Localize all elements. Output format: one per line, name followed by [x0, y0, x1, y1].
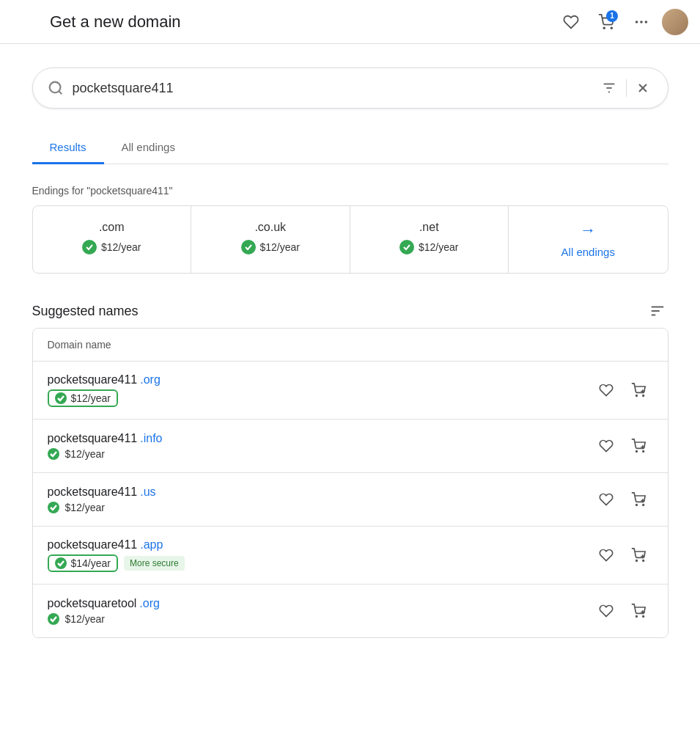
ending-cell-com[interactable]: .com $12/year	[33, 206, 192, 273]
ending-price-couk: $12/year	[260, 241, 300, 253]
domain-price-row: $12/year	[48, 502, 592, 513]
heart-icon	[563, 14, 579, 30]
ending-name-couk: .co.uk	[254, 221, 286, 234]
heart-icon	[599, 383, 614, 398]
tabs: Results All endings	[32, 132, 668, 164]
tab-results[interactable]: Results	[32, 132, 104, 164]
add-to-cart-button[interactable]	[624, 541, 653, 570]
more-options-button[interactable]	[627, 7, 656, 37]
clear-search-button[interactable]	[633, 78, 653, 98]
svg-point-30	[635, 616, 637, 618]
price-highlight-box: $14/year	[48, 554, 118, 572]
ending-price-row-couk: $12/year	[241, 240, 300, 254]
cart-add-icon	[631, 383, 646, 398]
cart-add-icon	[631, 492, 646, 507]
heart-icon	[599, 604, 614, 618]
endings-section-label: Endings for "pocketsquare411"	[32, 185, 668, 197]
domain-info: pocketsquare411 .us $12/year	[48, 486, 592, 513]
check-icon-net	[399, 240, 414, 254]
cart-add-icon	[631, 604, 646, 618]
domain-name-wrap: pocketsquare411 .us	[48, 486, 592, 499]
avatar[interactable]	[662, 9, 688, 35]
domain-name-ext: .info	[140, 432, 162, 445]
ending-cell-couk[interactable]: .co.uk $12/year	[191, 206, 350, 273]
favorite-button[interactable]	[556, 7, 586, 37]
domain-info: pocketsquare411 .info $12/year	[48, 432, 592, 460]
domain-info: pocketsquare411 .org $12/year	[48, 373, 592, 407]
svg-point-3	[640, 21, 643, 23]
cart-add-icon	[631, 548, 646, 563]
search-icon	[48, 80, 64, 96]
available-check-icon	[48, 502, 59, 513]
ending-price-net: $12/year	[419, 241, 458, 253]
svg-point-26	[635, 560, 637, 562]
domain-info: pocketsquare411 .app $14/year More secur…	[48, 538, 592, 572]
search-input[interactable]	[73, 81, 598, 96]
domain-name-ext: .org	[140, 373, 161, 387]
save-domain-button[interactable]	[592, 596, 621, 626]
domain-actions	[592, 541, 653, 570]
domain-price: $12/year	[65, 448, 105, 460]
secure-badge: More secure	[124, 556, 185, 571]
app-header: Get a new domain 1	[0, 0, 700, 44]
heart-icon	[599, 439, 614, 453]
table-row: pocketsquaretool .org $12/year	[33, 585, 668, 637]
ending-price-com: $12/year	[101, 241, 141, 253]
cart-button[interactable]: 1	[592, 7, 621, 37]
filter-button[interactable]	[598, 77, 620, 99]
ending-name-net: .net	[419, 221, 439, 234]
svg-point-5	[49, 82, 60, 93]
domain-name-wrap: pocketsquare411 .org	[48, 373, 592, 387]
save-domain-button[interactable]	[592, 376, 621, 405]
header-left: Get a new domain	[12, 9, 181, 35]
dots-icon	[633, 14, 649, 30]
svg-point-15	[642, 395, 644, 397]
add-to-cart-button[interactable]	[624, 431, 653, 461]
menu-button[interactable]	[12, 9, 38, 35]
table-row: pocketsquare411 .org $12/year	[33, 362, 668, 420]
save-domain-button[interactable]	[592, 541, 621, 570]
svg-point-14	[635, 395, 637, 397]
svg-point-22	[635, 505, 637, 506]
cart-badge: 1	[606, 10, 618, 22]
domain-table-header: Domain name	[33, 329, 668, 362]
domain-price: $14/year	[71, 557, 111, 569]
domain-name-main: pocketsquare411	[48, 486, 138, 499]
available-check-icon	[55, 392, 67, 404]
add-to-cart-button[interactable]	[624, 596, 653, 626]
domain-name-ext: .us	[140, 486, 155, 499]
available-check-icon	[48, 613, 59, 625]
all-endings-cell[interactable]: → All endings	[509, 206, 668, 273]
table-row: pocketsquare411 .app $14/year More secur…	[33, 527, 668, 585]
save-domain-button[interactable]	[592, 485, 621, 514]
domain-info: pocketsquaretool .org $12/year	[48, 597, 592, 625]
domain-actions	[592, 596, 653, 626]
add-to-cart-button[interactable]	[624, 485, 653, 514]
search-bar	[32, 67, 668, 109]
search-icon-wrap	[48, 80, 64, 96]
svg-point-27	[642, 560, 644, 562]
add-to-cart-button[interactable]	[624, 376, 653, 405]
domain-name-wrap: pocketsquare411 .info	[48, 432, 592, 445]
ending-name-com: .com	[99, 221, 125, 234]
close-icon	[635, 81, 650, 95]
domain-name-main: pocketsquare411	[48, 432, 138, 445]
svg-point-18	[635, 451, 637, 453]
ending-price-row-com: $12/year	[82, 240, 141, 254]
domain-actions	[592, 431, 653, 461]
suggested-header: Suggested names	[32, 300, 668, 322]
sort-button[interactable]	[646, 300, 668, 322]
table-row: pocketsquare411 .info $12/year	[33, 420, 668, 473]
available-check-icon	[55, 557, 67, 569]
ending-cell-net[interactable]: .net $12/year	[350, 206, 509, 273]
domain-price-row: $12/year	[48, 448, 592, 460]
main-content: Results All endings Endings for "pockets…	[21, 44, 680, 662]
ending-price-row-net: $12/year	[399, 240, 458, 254]
domain-price: $12/year	[71, 392, 111, 404]
available-check-icon	[48, 448, 59, 460]
domain-name-wrap: pocketsquaretool .org	[48, 597, 592, 610]
sort-icon	[649, 303, 666, 319]
save-domain-button[interactable]	[592, 431, 621, 461]
tab-all-endings[interactable]: All endings	[104, 132, 193, 164]
domain-price: $12/year	[65, 502, 105, 513]
